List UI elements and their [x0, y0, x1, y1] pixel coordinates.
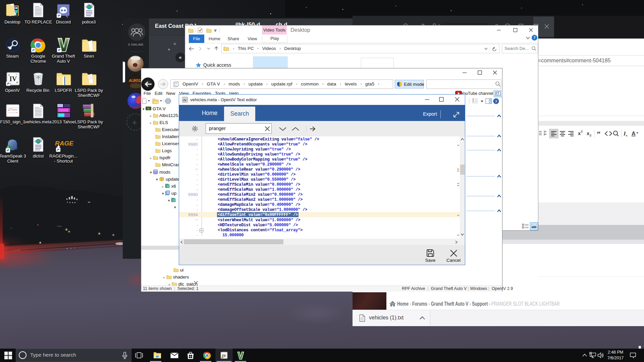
svg-text:V: V [148, 107, 150, 110]
svg-text:x: x [626, 134, 628, 137]
svg-text:RAGE: RAGE [55, 140, 74, 147]
svg-text:”: ” [597, 130, 600, 138]
svg-text:1=: 1= [544, 130, 546, 133]
svg-text:x: x [578, 130, 581, 136]
svg-text:IV: IV [222, 354, 226, 358]
svg-text:2=: 2= [544, 133, 546, 135]
svg-text:IV: IV [183, 99, 187, 102]
svg-text:A: A [632, 131, 636, 136]
svg-text:?: ? [495, 99, 497, 104]
svg-text:x: x [587, 130, 590, 136]
svg-text:IV: IV [9, 75, 17, 82]
svg-text:2: 2 [590, 134, 591, 137]
svg-text:2: 2 [581, 130, 583, 133]
